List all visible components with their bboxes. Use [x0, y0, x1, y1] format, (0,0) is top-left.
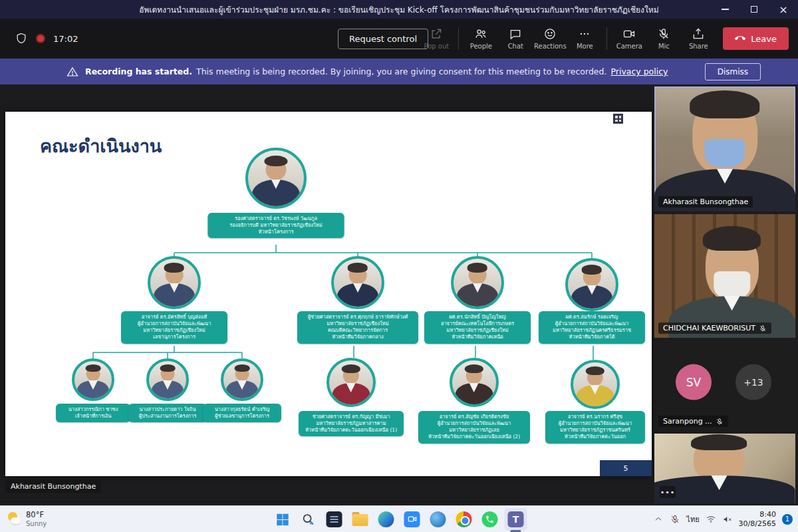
overflow-participants-tile[interactable]: SV +13 Saranpong ...	[654, 340, 795, 431]
whatsapp-icon	[482, 511, 498, 527]
chrome-button[interactable]	[453, 508, 475, 531]
dismiss-button[interactable]: Dismiss	[705, 63, 761, 80]
participant-video	[668, 214, 795, 338]
minimize-icon	[722, 9, 729, 10]
participant-name-label: Saranpong ...	[658, 416, 728, 427]
meeting-stage: คณะดำเนินงาน รองศาสตราจารย์ ดร.วัชรพงษ์ …	[0, 84, 798, 505]
toolbar-divider	[606, 27, 607, 50]
window-controls: ×	[710, 0, 798, 19]
person-photo	[72, 358, 114, 401]
person-photo	[565, 258, 618, 311]
toolbar-center: Request control	[338, 29, 428, 49]
chat-button[interactable]: Chat	[499, 27, 532, 50]
mail-app-button[interactable]	[427, 508, 450, 531]
system-tray: ไทย 8:40 30/8/2565 1	[653, 510, 798, 529]
more-button[interactable]: More	[568, 27, 601, 50]
mic-button[interactable]: Mic	[647, 27, 680, 50]
share-icon	[692, 27, 705, 41]
search-icon	[301, 512, 316, 527]
org-label-level2-2: ผู้ช่วยศาสตราจารย์ ดร.ศุภฤกษ์ ธาราพิทักษ…	[297, 311, 418, 344]
search-button[interactable]	[297, 508, 320, 531]
more-participants-count[interactable]: +13	[735, 364, 771, 400]
maximize-button[interactable]	[739, 0, 769, 19]
maximize-icon	[751, 6, 757, 13]
chat-icon	[509, 27, 522, 41]
banner-message: This meeting is being recorded. By joini…	[196, 66, 606, 76]
org-label-level2-3: ผศ.ดร.นักสิทธิ์ ปัญโญใหญ่ อาจารย์คณะเทคโ…	[424, 311, 531, 344]
person-photo	[450, 358, 499, 407]
video-tile-self[interactable]: •••	[654, 434, 795, 503]
camera-app-icon	[404, 511, 420, 527]
meeting-toolbar: 17:02 Request control Pop out People Cha…	[0, 19, 798, 59]
windows-taskbar: 80°F Sunny	[0, 505, 798, 532]
pop-out-button[interactable]: Pop out	[420, 27, 453, 50]
wifi-icon[interactable]	[706, 514, 716, 525]
org-label-staff-3: นางสาวกุลธรัตน์ คำเจริญ ผู้ช่วยเลขานุการ…	[203, 404, 281, 422]
file-explorer-button[interactable]	[349, 508, 372, 531]
windows-start-icon	[275, 512, 290, 527]
weather-temp: 80°F	[26, 511, 47, 520]
person-photo	[327, 358, 376, 407]
teams-button[interactable]: T	[505, 508, 527, 531]
mic-muted-icon	[716, 418, 724, 426]
person-photo	[571, 360, 620, 409]
language-indicator[interactable]: ไทย	[686, 513, 699, 525]
org-label-region-2: อาจารย์ ดร.สัญชัย เกียรติตรงชัย ผู้อำนวย…	[418, 411, 530, 444]
person-photo	[146, 358, 189, 401]
person-photo	[451, 256, 504, 309]
mic-muted-icon	[657, 27, 670, 41]
pop-out-icon	[430, 27, 443, 41]
privacy-policy-link[interactable]: Privacy policy	[610, 66, 668, 76]
people-icon	[474, 27, 487, 41]
window-title: อัพเดทงานนำเสนอและผู้เข้าร่วมประชุมฝ่าย …	[139, 3, 658, 16]
video-tile-akharasit[interactable]: Akharasit Bunsongthae	[654, 86, 795, 211]
person-photo	[221, 358, 263, 401]
tray-mic-icon[interactable]	[670, 514, 680, 525]
close-button[interactable]: ×	[769, 0, 798, 19]
chrome-icon	[456, 511, 472, 527]
volume-muted-icon[interactable]	[722, 514, 733, 525]
mic-muted-icon	[759, 325, 767, 332]
person-photo	[331, 256, 384, 309]
people-button[interactable]: People	[464, 27, 497, 50]
edge-browser-icon	[378, 511, 394, 527]
window-titlebar: อัพเดทงานนำเสนอและผู้เข้าร่วมประชุมฝ่าย …	[0, 0, 798, 19]
toolbar-actions: Pop out People Chat Reactions More	[420, 27, 798, 50]
request-control-button[interactable]: Request control	[338, 29, 428, 49]
participant-avatar: SV	[676, 364, 712, 400]
hidden-icons-button[interactable]	[653, 514, 664, 525]
shared-presentation-slide: คณะดำเนินงาน รองศาสตราจารย์ ดร.วัชรพงษ์ …	[5, 112, 652, 476]
org-label-region-1: ช่วยศาสตราจารย์ ดร.กัญญา มีชเมา มหาวิทยา…	[299, 411, 404, 436]
tile-more-options-button[interactable]: •••	[660, 486, 676, 498]
slide-page-number: 5	[600, 460, 652, 476]
teams-meeting-window: อัพเดทงานนำเสนอและผู้เข้าร่วมประชุมฝ่าย …	[0, 0, 798, 532]
notification-badge[interactable]: 1	[782, 514, 793, 525]
participant-video	[654, 86, 795, 211]
warning-icon	[66, 66, 78, 78]
org-label-level2-4: ผศ.ดร.สมรักษ์ รอดเจริญ ผู้อำนวยการสถาบัน…	[539, 311, 645, 344]
shield-icon[interactable]	[15, 32, 28, 45]
org-label-level2-1: อาจารย์ ดร.อัครสิทธิ์ บุญส่งแท้ ผู้อำนวย…	[121, 311, 227, 344]
person-photo	[245, 148, 307, 209]
video-tile-chidchai[interactable]: CHIDCHAI KAEWBORISUT	[654, 214, 795, 338]
leave-button[interactable]: Leave	[723, 27, 789, 50]
whatsapp-button[interactable]	[479, 508, 501, 531]
edge-button[interactable]	[375, 508, 398, 531]
dark-app-button[interactable]	[323, 508, 346, 531]
share-button[interactable]: Share	[682, 27, 715, 50]
camera-button[interactable]: Camera	[612, 27, 646, 50]
tray-date: 30/8/2565	[739, 519, 776, 529]
org-label-chairman: รองศาสตราจารย์ ดร.วัชรพงษ์ วัฒนกูล รองอธ…	[208, 213, 344, 238]
presenter-name-label: Akharasit Bunsongthae	[5, 480, 101, 493]
weather-icon	[7, 511, 21, 526]
taskbar-apps: T	[271, 508, 527, 531]
reactions-button[interactable]: Reactions	[533, 27, 567, 50]
start-button[interactable]	[271, 508, 294, 531]
minimize-button[interactable]	[710, 0, 739, 19]
meeting-timer: 17:02	[53, 34, 78, 44]
teams-icon: T	[508, 511, 524, 527]
clock[interactable]: 8:40 30/8/2565	[739, 510, 776, 529]
recording-banner: Recording has started. This meeting is b…	[0, 59, 798, 84]
camera-app-button[interactable]	[401, 508, 424, 531]
weather-widget[interactable]: 80°F Sunny	[0, 511, 47, 527]
